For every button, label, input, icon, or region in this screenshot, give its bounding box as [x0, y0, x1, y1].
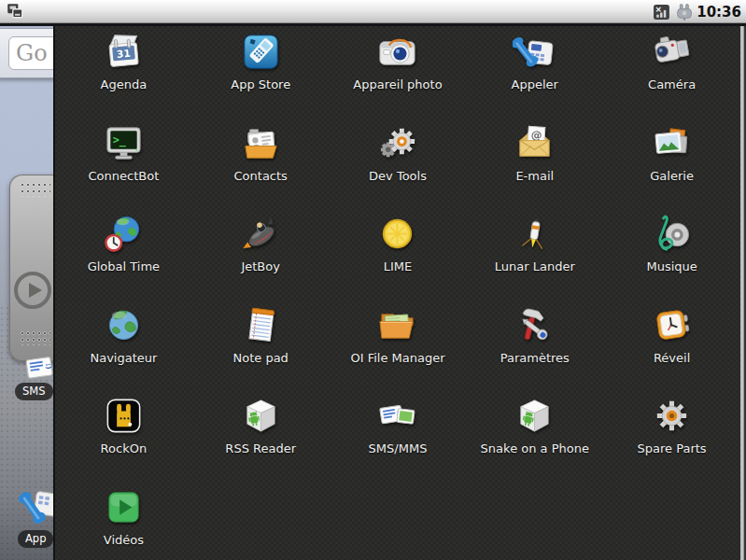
cube-android-icon — [239, 394, 283, 438]
app-reveil[interactable]: Réveil — [603, 301, 740, 393]
treble-clef-speaker-icon — [650, 212, 694, 256]
globe-icon — [102, 303, 146, 347]
app-label: Lunar Lander — [495, 259, 575, 273]
email-envelope-icon: @ — [513, 121, 556, 165]
app-dev-tools[interactable]: Dev Tools — [330, 119, 467, 211]
svg-text::): :) — [44, 363, 53, 371]
app-label: RockOn — [101, 441, 148, 455]
app-lime[interactable]: LIME — [330, 210, 467, 301]
sms-card-icon: :) — [22, 355, 53, 381]
app-label: Dev Tools — [369, 169, 427, 183]
gears-icon — [375, 121, 419, 165]
app-label: Snake on a Phone — [481, 441, 589, 455]
contacts-folder-icon — [239, 121, 283, 165]
app-label: Appeler — [512, 77, 558, 91]
app-app-store[interactable]: App Store — [192, 28, 330, 119]
search-input[interactable]: Go — [8, 36, 53, 70]
app-lunar-lander[interactable]: Lunar Lander — [466, 210, 603, 301]
app-rockon[interactable]: RockOn — [55, 392, 192, 483]
power-plug-icon — [674, 3, 694, 21]
clock-time: 10:36 — [697, 4, 743, 21]
app-appareil-photo[interactable]: Appareil photo — [330, 28, 467, 119]
shortcut-app-label: App — [18, 530, 53, 548]
app-snake-on-a-phone[interactable]: Snake on a Phone — [466, 392, 603, 483]
app-label: Note pad — [233, 351, 289, 365]
lemon-slice-icon — [375, 212, 419, 256]
app-label: JetBoy — [241, 259, 280, 273]
lunar-rocket-icon — [513, 212, 556, 256]
app-galerie[interactable]: Galerie — [603, 119, 740, 211]
app-label: Contacts — [234, 169, 288, 183]
app-spare-parts[interactable]: Spare Parts — [603, 392, 740, 483]
app-drawer: 31 Agenda — [53, 26, 740, 560]
app-label: SMS/MMS — [369, 441, 428, 455]
android-screen: × 10:36 — [0, 0, 746, 560]
jet-rocket-icon — [239, 212, 283, 256]
play-button[interactable] — [14, 272, 51, 309]
app-musique[interactable]: Musique — [603, 210, 740, 301]
drag-grip-icon — [21, 183, 50, 197]
app-label: Caméra — [648, 77, 696, 91]
app-connectbot[interactable]: >_ ConnectBot — [55, 119, 192, 211]
app-store-phone-icon — [239, 30, 283, 74]
hammer-wrench-icon — [513, 303, 556, 347]
terminal-icon: >_ — [102, 121, 146, 165]
shortcut-app[interactable] — [19, 483, 53, 534]
app-label: Appareil photo — [353, 77, 442, 91]
app-label: Global Time — [88, 259, 160, 273]
drag-grip-icon — [21, 331, 50, 345]
phone-dialer-icon — [513, 30, 556, 74]
app-agenda[interactable]: 31 Agenda — [55, 28, 192, 119]
svg-text:@: @ — [530, 128, 542, 142]
app-label: Spare Parts — [638, 441, 707, 455]
shortcut-sms[interactable]: :) — [22, 355, 53, 385]
content-area: Go — [0, 23, 746, 560]
photo-camera-icon — [375, 30, 419, 74]
globe-clock-icon — [102, 212, 146, 256]
app-appeler[interactable]: Appeler — [466, 28, 603, 119]
app-note-pad[interactable]: Note pad — [192, 301, 330, 393]
app-label: App Store — [231, 77, 290, 91]
message-cards-icon: :) — [375, 394, 419, 438]
home-screen-right-edge — [740, 26, 746, 560]
signal-none-icon: × — [653, 3, 671, 21]
app-label: Réveil — [654, 351, 690, 365]
app-videos[interactable]: Vidéos — [55, 483, 192, 560]
app-camera[interactable]: Caméra — [603, 28, 740, 119]
app-oi-file-manager[interactable]: OI File Manager — [330, 301, 467, 393]
play-icon — [29, 283, 42, 298]
app-label: LIME — [384, 259, 413, 273]
app-label: Paramètres — [500, 351, 570, 365]
gear-icon — [650, 394, 694, 438]
app-jetboy[interactable]: JetBoy — [192, 210, 330, 301]
video-play-icon — [102, 485, 146, 529]
cube-android-icon — [513, 394, 556, 438]
app-navigateur[interactable]: Navigateur — [55, 301, 192, 393]
app-contacts[interactable]: Contacts — [192, 119, 330, 211]
status-bar[interactable]: × 10:36 — [0, 0, 746, 23]
google-search-widget[interactable]: Go — [0, 28, 53, 78]
app-sms-mms[interactable]: :) SMS/MMS — [330, 392, 467, 483]
app-email[interactable]: @ E-mail — [466, 119, 603, 211]
rock-hand-icon — [102, 394, 146, 438]
app-parametres[interactable]: Paramètres — [466, 301, 603, 393]
home-screen-strip: Go — [0, 26, 53, 560]
alarm-clock-icon — [650, 303, 694, 347]
app-label: RSS Reader — [225, 441, 296, 455]
calendar-icon: 31 — [102, 30, 146, 74]
app-rss-reader[interactable]: RSS Reader — [192, 392, 330, 483]
app-grid: 31 Agenda — [55, 26, 740, 560]
app-label: OI File Manager — [350, 351, 444, 365]
camcorder-icon — [650, 30, 694, 74]
svg-text:>_: >_ — [113, 133, 127, 147]
notification-icon — [6, 2, 24, 21]
file-folder-icon — [375, 303, 419, 347]
app-label: ConnectBot — [89, 169, 160, 183]
app-label: Agenda — [101, 77, 148, 91]
app-global-time[interactable]: Global Time — [55, 210, 192, 301]
app-label: Navigateur — [90, 351, 157, 365]
google-logo-fragment: Go — [16, 40, 48, 66]
app-label: Galerie — [650, 169, 694, 183]
music-player-widget[interactable] — [9, 175, 53, 361]
app-label: E-mail — [515, 169, 554, 183]
